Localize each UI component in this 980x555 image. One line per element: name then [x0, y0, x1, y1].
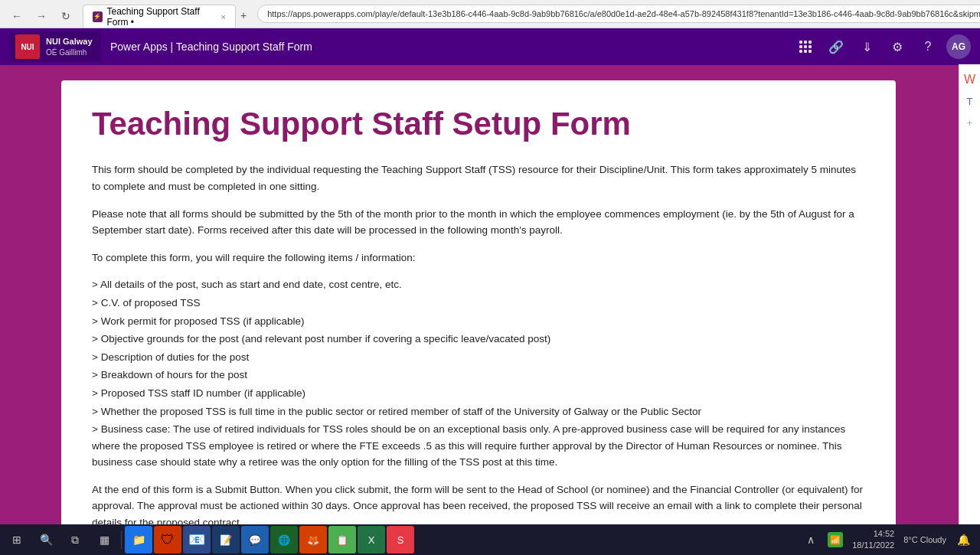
- taskbar-app6[interactable]: 🌐: [270, 526, 298, 553]
- list-item: > Whether the proposed TSS is full time …: [92, 403, 865, 420]
- taskbar-separator: [121, 531, 122, 549]
- taskbar-tray-icon[interactable]: ∧: [797, 526, 825, 553]
- sidebar-office-icon[interactable]: W: [961, 70, 979, 89]
- waffle-menu-icon[interactable]: [793, 34, 818, 59]
- tab-favicon: ⚡: [93, 11, 103, 22]
- settings-icon[interactable]: ⚙: [885, 34, 910, 59]
- tab-title: Teaching Support Staff Form •: [107, 6, 217, 28]
- paragraph-2: Please note that all forms should be sub…: [92, 206, 865, 239]
- active-tab[interactable]: ⚡ Teaching Support Staff Form • ×: [83, 5, 236, 28]
- taskbar-app7[interactable]: 🦊: [299, 526, 327, 553]
- logo-area: NUI NUI Galway OÉ Gaillimh: [9, 31, 101, 62]
- app-bar-icons: 🔗 ⇓ ⚙ ? AG: [793, 34, 971, 59]
- form-title: Teaching Support Staff Setup Form: [92, 105, 865, 143]
- taskbar-app4[interactable]: 📝: [212, 526, 240, 553]
- app-bar: NUI NUI Galway OÉ Gaillimh Power Apps | …: [0, 28, 980, 65]
- download-icon[interactable]: ⇓: [854, 34, 879, 59]
- taskbar-app3[interactable]: 📧: [183, 526, 211, 553]
- requirements-list: > All details of the post, such as start…: [92, 276, 865, 471]
- app-bar-title: Power Apps | Teaching Support Staff Form: [110, 41, 784, 53]
- form-card: Teaching Support Staff Setup Form This f…: [61, 80, 896, 555]
- address-bar[interactable]: https://apps.powerapps.com/play/e/defaul…: [257, 5, 980, 23]
- notifications-icon[interactable]: 🔔: [949, 526, 977, 553]
- start-menu-icon[interactable]: ⊞: [3, 526, 31, 553]
- list-item: > C.V. of proposed TSS: [92, 295, 865, 312]
- list-item: > Description of duties for the post: [92, 349, 865, 366]
- sidebar-add-icon[interactable]: +: [961, 113, 979, 132]
- help-icon[interactable]: ?: [916, 34, 940, 59]
- taskbar-app8[interactable]: 📋: [328, 526, 356, 553]
- nui-logo: NUI: [15, 34, 40, 59]
- taskbar-right-area: ∧ 📶 14:52 18/11/2022 8°C Cloudy 🔔: [797, 526, 977, 553]
- url-text: https://apps.powerapps.com/play/e/defaul…: [267, 9, 980, 18]
- tab-close-button[interactable]: ×: [221, 12, 226, 21]
- list-item: > All details of the post, such as start…: [92, 276, 865, 293]
- search-taskbar-icon[interactable]: 🔍: [32, 526, 60, 553]
- new-tab-button[interactable]: +: [236, 5, 251, 26]
- sidebar-teams-icon[interactable]: T: [961, 92, 979, 110]
- list-item: > Breakdown of hours for the post: [92, 367, 865, 384]
- logo-text: NUI Galway OÉ Gaillimh: [46, 36, 93, 57]
- form-body: This form should be completed by the ind…: [92, 162, 865, 555]
- user-avatar[interactable]: AG: [946, 34, 971, 59]
- back-button[interactable]: ←: [6, 5, 28, 27]
- taskbar: ⊞ 🔍 ⧉ ▦ 📁 🛡 📧 📝 💬 🌐 🦊 📋 X S ∧ 📶 14:52 18…: [0, 524, 980, 555]
- taskbar-app9[interactable]: X: [358, 526, 385, 553]
- taskbar-app10[interactable]: S: [387, 526, 414, 553]
- paragraph-1: This form should be completed by the ind…: [92, 162, 865, 194]
- share-icon[interactable]: 🔗: [824, 34, 848, 59]
- taskbar-app5[interactable]: 💬: [241, 526, 269, 553]
- taskbar-clock: 14:52 18/11/2022: [846, 528, 900, 552]
- list-item: > Business case: The use of retired indi…: [92, 421, 865, 471]
- list-item: > Proposed TSS staff ID number (if appli…: [92, 385, 865, 402]
- content-wrapper: Teaching Support Staff Setup Form This f…: [0, 65, 980, 555]
- taskbar-file-explorer[interactable]: 📁: [125, 526, 152, 553]
- refresh-button[interactable]: ↻: [55, 5, 77, 27]
- taskbar-network-icon: 📶: [828, 532, 843, 547]
- widgets-icon[interactable]: ▦: [90, 526, 118, 553]
- list-item: > Work permit for proposed TSS (if appli…: [92, 313, 865, 330]
- paragraph-3: To complete this form, you will require …: [92, 250, 865, 266]
- list-item: > Objective grounds for the post (and re…: [92, 331, 865, 348]
- right-sidebar: W T +: [959, 64, 980, 555]
- paragraph-4: At the end of this form is a Submit Butt…: [92, 482, 865, 531]
- forward-button[interactable]: →: [31, 5, 52, 27]
- task-view-icon[interactable]: ⧉: [61, 526, 89, 553]
- taskbar-defender[interactable]: 🛡: [154, 526, 181, 553]
